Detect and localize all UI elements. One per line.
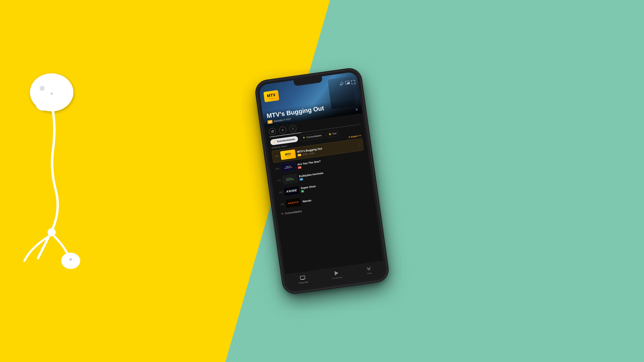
svg-line-12: [368, 269, 370, 269]
mtv-badge-video: MTV pluto●: [264, 90, 280, 102]
sub-section-icon: ⚙: [281, 212, 284, 215]
earphone-svg: [4, 54, 86, 272]
channel-number-186: 186: [280, 203, 284, 206]
tv-icon: [299, 274, 306, 281]
tab-label-entretenimento: Entretenimento: [277, 138, 295, 143]
channel-number-157: 157: [274, 155, 279, 158]
nav-item-on-demand[interactable]: On Demand: [331, 269, 342, 280]
channel-logo-159: ARE YOUTHE ONE? MTV: [280, 162, 296, 173]
sub-section-label: Curiosidades: [284, 209, 302, 215]
earphone: [4, 54, 86, 272]
fullscreen-icon[interactable]: [351, 80, 356, 85]
replay-button[interactable]: ↺: [268, 127, 276, 135]
tab-label-cor: Cor: [332, 132, 337, 135]
channel-logo-173: DOUBLEAWESOME: [282, 174, 298, 184]
svg-point-1: [35, 96, 52, 111]
pip-icon[interactable]: [345, 80, 350, 86]
channel-logo-186: NARUTO: [285, 198, 301, 208]
play-icon: [333, 270, 340, 277]
nav-label-demand: On Demand: [332, 276, 342, 279]
svg-point-6: [69, 258, 72, 261]
add-button[interactable]: +: [279, 126, 287, 134]
volume-icon[interactable]: 🔊: [339, 81, 344, 87]
tab-label-curiosidades: Curiosidades: [306, 134, 322, 139]
channel-number-173: 173: [276, 179, 281, 182]
mtv-logo-text: MTV: [267, 93, 276, 98]
svg-line-11: [367, 268, 370, 269]
channel-logo-182: ANIME: [284, 186, 300, 196]
info-button[interactable]: i: [289, 125, 297, 133]
svg-point-4: [48, 228, 56, 236]
nav-label-sobre: Sobre: [367, 272, 372, 275]
menu-icon: [365, 265, 372, 272]
nav-item-sobre[interactable]: Sobre: [365, 265, 373, 275]
rating-182: L: [301, 190, 304, 193]
channel-list: 157 MTV pluto● MTV's Bugging Out 12 12:3…: [272, 138, 370, 210]
svg-point-3: [50, 93, 53, 95]
svg-rect-9: [300, 276, 305, 279]
nav-item-tv-ao-vivo[interactable]: TV Ao Vivo: [298, 274, 308, 284]
tab-icon-entretenimento: ⚡: [273, 140, 276, 143]
channel-menu-icon-157[interactable]: ⋮: [358, 143, 361, 146]
rating-157: 12: [298, 153, 302, 156]
rating-159: 14: [298, 166, 302, 169]
channel-section: Exibindo Agora A Seguir >> 157 MTV pluto…: [267, 133, 375, 217]
tab-icon-curiosidades: 💡: [302, 136, 306, 139]
tab-icon-cor: 😊: [328, 133, 332, 136]
svg-rect-8: [347, 82, 350, 84]
episode-text: Episódio 5 #157: [274, 117, 292, 123]
tab-cor[interactable]: 😊 Cor: [326, 130, 340, 138]
svg-point-2: [40, 86, 44, 91]
rating-badge: 12: [267, 120, 273, 124]
channel-number-182: 182: [278, 191, 282, 194]
svg-line-13: [368, 270, 370, 270]
channel-logo-157: MTV pluto●: [280, 149, 296, 160]
rating-173: 10: [300, 178, 304, 181]
channel-number-159: 159: [274, 167, 279, 170]
